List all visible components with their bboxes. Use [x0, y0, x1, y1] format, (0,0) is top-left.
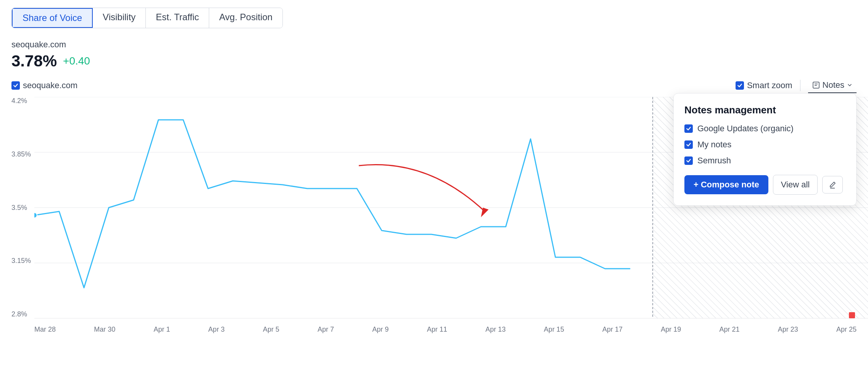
notes-option-semrush-label: Semrush [697, 156, 731, 166]
edit-button[interactable] [822, 176, 843, 194]
x-label-1: Mar 30 [94, 326, 115, 334]
notes-option-my-notes: My notes [684, 140, 845, 150]
legend-checkbox[interactable] [11, 81, 20, 90]
domain-name: seoquake.com [11, 40, 857, 50]
x-label-12: Apr 21 [720, 326, 740, 334]
x-label-0: Mar 28 [34, 326, 56, 334]
x-label-2: Apr 1 [153, 326, 170, 334]
y-label-3: 3.15% [11, 257, 31, 265]
notes-panel: Notes management Google Updates (organic… [673, 93, 857, 206]
notes-actions: + Compose note View all [684, 175, 845, 195]
notes-panel-title: Notes management [684, 104, 845, 116]
edit-icon [829, 181, 836, 189]
y-label-4: 2.8% [11, 310, 31, 318]
notes-option-my-notes-label: My notes [697, 140, 731, 150]
notes-button[interactable]: Notes [808, 78, 857, 93]
x-label-10: Apr 17 [602, 326, 623, 334]
notes-option-google: Google Updates (organic) [684, 124, 845, 134]
x-label-4: Apr 5 [263, 326, 279, 334]
notes-option-google-label: Google Updates (organic) [697, 124, 794, 134]
smart-zoom-label: Smart zoom [747, 81, 792, 90]
tab-avg-position[interactable]: Avg. Position [209, 8, 282, 28]
notes-label: Notes [823, 80, 844, 90]
x-label-14: Apr 25 [836, 326, 857, 334]
x-axis: Mar 28 Mar 30 Apr 1 Apr 3 Apr 5 Apr 7 Ap… [34, 326, 857, 334]
notes-option-semrush: Semrush [684, 156, 845, 166]
notes-checkbox-my-notes[interactable] [684, 140, 693, 149]
smart-zoom-control: Smart zoom [736, 81, 792, 90]
notes-checkbox-semrush[interactable] [684, 156, 693, 165]
compose-note-button[interactable]: + Compose note [684, 175, 768, 194]
smart-zoom-checkbox[interactable] [736, 81, 744, 90]
x-label-13: Apr 23 [778, 326, 798, 334]
divider [800, 80, 800, 91]
tab-visibility[interactable]: Visibility [93, 8, 146, 28]
y-label-0: 4.2% [11, 97, 31, 105]
chart-area: 4.2% 3.85% 3.5% 3.15% 2.8% [11, 97, 857, 341]
view-all-button[interactable]: View all [773, 175, 818, 195]
svg-rect-0 [813, 82, 819, 88]
legend-label: seoquake.com [23, 81, 77, 90]
y-label-2: 3.5% [11, 204, 31, 212]
red-end-marker [849, 312, 855, 318]
tab-share-of-voice[interactable]: Share of Voice [12, 8, 93, 28]
chevron-down-icon [847, 82, 853, 88]
x-label-8: Apr 13 [486, 326, 506, 334]
y-label-1: 3.85% [11, 150, 31, 158]
x-label-3: Apr 3 [208, 326, 225, 334]
legend-item: seoquake.com [11, 81, 77, 90]
y-axis: 4.2% 3.85% 3.5% 3.15% 2.8% [11, 97, 31, 318]
metric-value: 3.78% [11, 52, 57, 70]
x-label-9: Apr 15 [544, 326, 564, 334]
metric-row: 3.78% +0.40 [11, 52, 857, 70]
x-label-6: Apr 9 [372, 326, 389, 334]
chart-header: seoquake.com Smart zoom Notes [11, 78, 857, 93]
notes-checkbox-google[interactable] [684, 124, 693, 133]
x-label-5: Apr 7 [318, 326, 334, 334]
x-label-7: Apr 11 [427, 326, 447, 334]
tab-est-traffic[interactable]: Est. Traffic [146, 8, 209, 28]
metric-change: +0.40 [63, 55, 90, 67]
notes-icon [812, 81, 820, 89]
x-label-11: Apr 19 [661, 326, 681, 334]
chart-controls: Smart zoom Notes [736, 78, 857, 93]
tab-bar: Share of Voice Visibility Est. Traffic A… [11, 8, 283, 28]
svg-point-9 [34, 213, 37, 218]
main-container: Share of Voice Visibility Est. Traffic A… [0, 0, 868, 387]
red-arrow [351, 158, 504, 234]
